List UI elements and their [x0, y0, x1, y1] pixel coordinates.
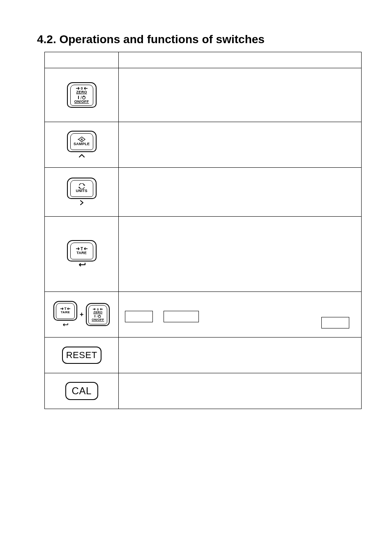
up-nav-icon	[45, 153, 118, 159]
arrows-t-icon: T	[76, 246, 88, 251]
switch-function-table: 0 ZERO /	[44, 52, 362, 409]
switch-cell-tare-plus-onoff: T TARE +	[45, 292, 119, 338]
units-label: UNITS	[76, 189, 88, 193]
function-cell-units	[119, 168, 362, 217]
svg-text:T: T	[81, 246, 83, 251]
table-header-row	[45, 52, 362, 68]
switch-cell-zero-onoff: 0 ZERO /	[45, 68, 119, 122]
cal-key[interactable]: CAL	[65, 382, 98, 400]
table-row: UNITS	[45, 168, 362, 217]
onoff-label: ON/OFF	[74, 100, 89, 104]
section-heading: 4.2. Operations and functions of switche…	[37, 33, 363, 46]
units-key[interactable]: UNITS	[67, 178, 97, 199]
sample-key[interactable]: R SAMPLE	[67, 131, 97, 152]
zero-onoff-key-small[interactable]: 0 ZERO / ON/OFF	[86, 303, 110, 326]
table-row: T TARE +	[45, 292, 362, 338]
header-function-cell	[119, 52, 362, 68]
function-cell-reset	[119, 338, 362, 373]
tare-label-small: TARE	[61, 311, 70, 314]
function-cell-cal	[119, 373, 362, 409]
table-row: RESET	[45, 338, 362, 373]
function-cell-combo	[119, 292, 362, 338]
onoff-label-small: ON/OFF	[92, 318, 104, 321]
switch-cell-sample: R SAMPLE	[45, 122, 119, 168]
switch-cell-reset: RESET	[45, 338, 119, 373]
sample-label: SAMPLE	[74, 142, 90, 146]
right-nav-icon	[45, 200, 118, 207]
table-row: CAL	[45, 373, 362, 409]
table-row: 0 ZERO /	[45, 68, 362, 122]
tare-key-small[interactable]: T TARE	[53, 301, 77, 321]
function-cell-zero-onoff	[119, 68, 362, 122]
placeholder-box	[125, 311, 153, 322]
cycle-icon	[78, 183, 85, 189]
switch-cell-cal: CAL	[45, 373, 119, 409]
zero-onoff-key[interactable]: 0 ZERO /	[67, 82, 97, 108]
table-row: R SAMPLE	[45, 122, 362, 168]
function-cell-sample	[119, 122, 362, 168]
svg-text:/: /	[81, 95, 82, 100]
enter-nav-icon-small	[62, 321, 69, 328]
svg-text:R: R	[81, 138, 83, 141]
placeholder-box	[164, 311, 199, 322]
tare-key[interactable]: T TARE	[67, 240, 97, 261]
header-switch-cell	[45, 52, 119, 68]
diamond-r-icon: R	[78, 136, 86, 142]
plus-symbol: +	[80, 311, 83, 318]
switch-cell-units: UNITS	[45, 168, 119, 217]
power-symbol: /	[77, 95, 86, 100]
switch-cell-tare: T TARE	[45, 217, 119, 292]
zero-label-small: ZERO	[93, 311, 102, 314]
placeholder-box	[321, 317, 349, 328]
zero-label: ZERO	[76, 90, 87, 94]
function-cell-tare	[119, 217, 362, 292]
reset-key[interactable]: RESET	[62, 347, 101, 364]
tare-label: TARE	[76, 251, 87, 255]
enter-nav-icon	[45, 262, 118, 268]
power-icon: /	[77, 95, 86, 100]
table-row: T TARE	[45, 217, 362, 292]
